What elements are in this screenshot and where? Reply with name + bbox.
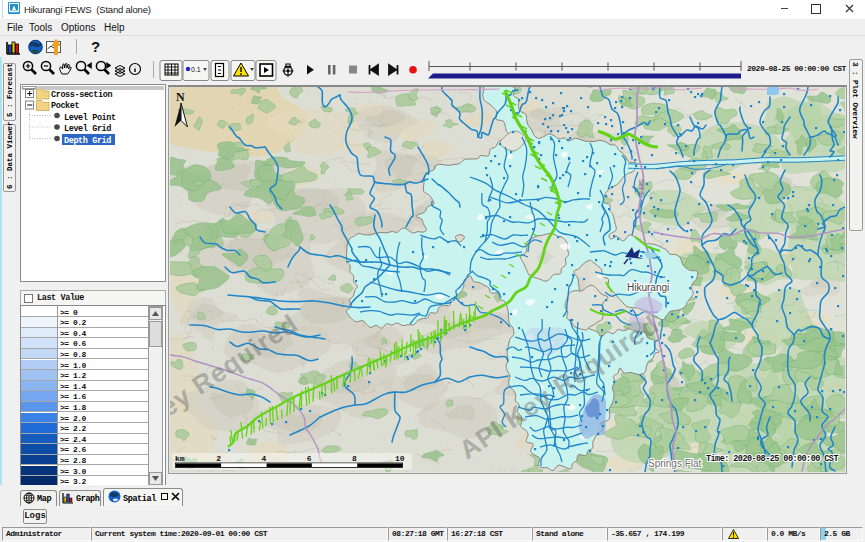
svg-text:N: N bbox=[176, 90, 185, 104]
svg-text:0.1: 0.1 bbox=[191, 66, 201, 73]
svg-text:6: 6 bbox=[307, 454, 312, 463]
svg-text:2: 2 bbox=[216, 454, 221, 463]
svg-text:8: 8 bbox=[352, 454, 357, 463]
svg-text:4: 4 bbox=[261, 454, 266, 463]
svg-text:Time: 2020-08-25 00:00:00 CST: Time: 2020-08-25 00:00:00 CST bbox=[706, 454, 838, 464]
svg-text:SH 1: SH 1 bbox=[637, 179, 646, 196]
svg-text:Hikurangi: Hikurangi bbox=[627, 282, 669, 293]
svg-text:km: km bbox=[175, 454, 185, 463]
svg-text:Springs Flat: Springs Flat bbox=[648, 458, 702, 469]
svg-text:10: 10 bbox=[395, 454, 405, 463]
